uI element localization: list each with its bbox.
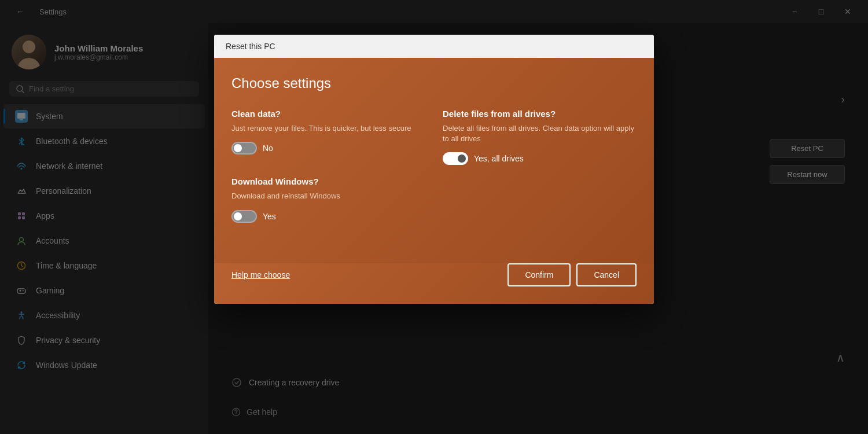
- modal-overlay: Reset this PC Choose settings Clean data…: [0, 0, 868, 434]
- delete-files-toggle-row: Yes, all drives: [443, 152, 637, 165]
- toggle-knob: [458, 155, 466, 163]
- toggle-knob: [234, 212, 242, 220]
- download-windows-toggle-row: Yes: [231, 210, 637, 223]
- modal-footer: Help me choose Confirm Cancel: [214, 263, 654, 304]
- download-windows-toggle[interactable]: [231, 210, 257, 223]
- modal-header: Reset this PC: [214, 35, 654, 58]
- confirm-button[interactable]: Confirm: [507, 263, 571, 286]
- download-windows-desc: Download and reinstall Windows: [231, 191, 637, 201]
- clean-data-group: Clean data? Just remove your files. This…: [231, 109, 425, 165]
- delete-files-group: Delete files from all drives? Delete all…: [443, 109, 637, 165]
- download-windows-group: Download Windows? Download and reinstall…: [231, 176, 637, 222]
- download-windows-label: Download Windows?: [231, 176, 637, 186]
- delete-files-desc: Delete all files from all drives. Clean …: [443, 123, 637, 144]
- clean-data-toggle-row: No: [231, 142, 425, 155]
- help-me-choose-link[interactable]: Help me choose: [231, 270, 290, 279]
- settings-grid: Clean data? Just remove your files. This…: [231, 109, 637, 165]
- reset-pc-modal: Reset this PC Choose settings Clean data…: [214, 35, 654, 304]
- modal-title: Choose settings: [231, 75, 637, 91]
- clean-data-desc: Just remove your files. This is quicker,…: [231, 123, 425, 134]
- delete-files-toggle[interactable]: [443, 152, 468, 165]
- clean-data-label: Clean data?: [231, 109, 425, 119]
- delete-files-label: Delete files from all drives?: [443, 109, 637, 119]
- clean-data-toggle-label: No: [263, 144, 273, 153]
- modal-actions: Confirm Cancel: [507, 263, 637, 286]
- toggle-knob: [234, 144, 242, 152]
- clean-data-toggle[interactable]: [231, 142, 257, 155]
- download-windows-toggle-label: Yes: [263, 212, 276, 221]
- cancel-button[interactable]: Cancel: [576, 263, 637, 286]
- modal-body: Choose settings Clean data? Just remove …: [214, 58, 654, 263]
- delete-files-toggle-label: Yes, all drives: [474, 154, 524, 163]
